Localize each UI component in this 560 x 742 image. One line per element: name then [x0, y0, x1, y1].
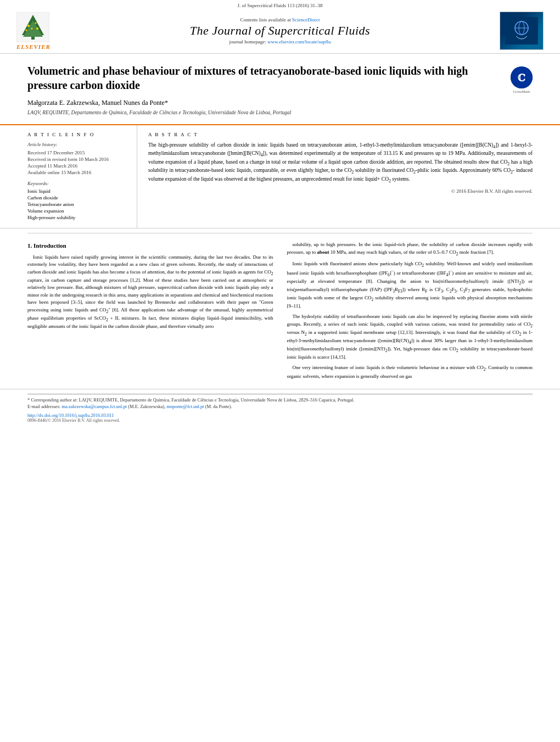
article-info-abstract-section: A R T I C L E I N F O Article history: R…: [0, 125, 560, 228]
issn-line: 0896-8446/© 2016 Elsevier B.V. All right…: [27, 418, 533, 423]
main-body: 1. Introduction Ionic liquids have raise…: [0, 241, 560, 383]
section-1-heading: 1. Introduction: [27, 241, 273, 250]
svg-point-4: [27, 25, 30, 27]
about-text: about: [317, 249, 329, 255]
crossmark-area: ℂ CrossMark: [511, 66, 533, 94]
article-info-column: A R T I C L E I N F O Article history: R…: [27, 125, 137, 228]
right-para-2: Ionic liquids with fluorinated anions sh…: [287, 260, 533, 310]
journal-cover-area: [483, 12, 544, 50]
sciencedirect-link[interactable]: ScienceDirect: [292, 17, 320, 23]
elsevier-logo-area: ELSEVIER: [16, 12, 77, 50]
journal-header: ELSEVIER Contents lists available at Sci…: [0, 8, 560, 54]
title-area: ℂ CrossMark Volumetric and phase behavio…: [27, 64, 533, 92]
article-history-label: Article history:: [27, 142, 128, 147]
keyword-volume-expansion: Volume expansion: [27, 208, 128, 214]
keywords-label: Keywords:: [27, 181, 128, 186]
copyright-line: © 2016 Elsevier B.V. All rights reserved…: [148, 188, 533, 194]
keyword-high-pressure: High-pressure solubility: [27, 215, 128, 220]
abstract-heading: A B S T R A C T: [148, 132, 533, 137]
body-right-text: solubility, up to high pressures. In the…: [287, 241, 533, 380]
abstract-column: A B S T R A C T The high-pressure solubi…: [137, 125, 533, 228]
abstract-text: The high-pressure solubility of carbon d…: [148, 142, 533, 184]
keyword-carbon-dioxide: Carbon dioxide: [27, 195, 128, 200]
homepage-url[interactable]: www.elsevier.com/locate/supflu: [267, 39, 331, 44]
section-divider: [27, 233, 533, 233]
journal-homepage: journal homepage: www.elsevier.com/locat…: [77, 39, 483, 44]
journal-cover-inner: [505, 17, 538, 44]
received-revised-date: Received in revised form 10 March 2016: [27, 157, 128, 162]
authors: Małgorzata E. Zakrzewska, Manuel Nunes d…: [27, 99, 533, 107]
footnote-corresponding: * Corresponding author at: LAQV, REQUIMT…: [27, 397, 533, 404]
svg-point-7: [36, 27, 38, 30]
right-para-3: The hydrolytic stability of tetrafluorob…: [287, 313, 533, 361]
right-para-4: One very interesting feature of ionic li…: [287, 364, 533, 380]
right-para-1: solubility, up to high pressures. In the…: [287, 241, 533, 257]
svg-point-5: [35, 22, 37, 24]
footer-area: * Corresponding author at: LAQV, REQUIMT…: [0, 389, 560, 426]
accepted-date: Accepted 11 March 2016: [27, 163, 128, 169]
svg-text:ℂ: ℂ: [518, 72, 526, 83]
intro-para-1: Ionic liquids have raised rapidly growin…: [27, 254, 273, 331]
keyword-ionic-liquid: Ionic liquid: [27, 188, 128, 194]
corresponding-author-note: * Corresponding author at: LAQV, REQUIMT…: [27, 394, 533, 410]
article-title: Volumetric and phase behaviour of mixtur…: [27, 64, 533, 92]
body-left-column: 1. Introduction Ionic liquids have raise…: [27, 241, 273, 383]
intro-section: 1. Introduction Ionic liquids have raise…: [27, 241, 273, 330]
svg-point-8: [26, 29, 27, 31]
doi-link[interactable]: http://dx.doi.org/10.1016/j.supflu.2016.…: [27, 412, 114, 418]
journal-title: The Journal of Supercritical Fluids: [77, 24, 483, 38]
contents-available: Contents lists available at ScienceDirec…: [77, 17, 483, 23]
journal-title-area: Contents lists available at ScienceDirec…: [77, 17, 483, 44]
email1-link[interactable]: ma.zakrzewska@campus.fct.unl.pt: [61, 404, 127, 409]
doi-line: http://dx.doi.org/10.1016/j.supflu.2016.…: [27, 412, 533, 418]
elsevier-logo: ELSEVIER: [16, 12, 51, 50]
elsevier-text: ELSEVIER: [16, 43, 51, 50]
article-header: ℂ CrossMark Volumetric and phase behavio…: [0, 54, 560, 125]
crossmark-label: CrossMark: [511, 90, 533, 94]
affiliation: LAQV, REQUIMTE, Departamento de Química,…: [27, 110, 533, 115]
body-right-column: solubility, up to high pressures. In the…: [287, 241, 533, 383]
cover-graphic-icon: [505, 17, 538, 44]
journal-ref: J. of Supercritical Fluids 113 (2016) 31…: [0, 0, 560, 8]
crossmark-svg: ℂ: [511, 66, 533, 88]
keyword-tetracyanoborate: Tetracyanoborate anion: [27, 202, 128, 207]
received-date: Received 17 December 2015: [27, 150, 128, 155]
svg-point-6: [31, 27, 33, 29]
crossmark-icon: ℂ: [511, 66, 533, 88]
journal-cover-image: [500, 12, 544, 50]
available-online-date: Available online 15 March 2016: [27, 170, 128, 175]
email2-link[interactable]: mnponte@fct.unl.pt: [166, 404, 204, 409]
article-info-heading: A R T I C L E I N F O: [27, 132, 128, 137]
elsevier-tree-icon: [16, 12, 49, 42]
footnote-emails: E-mail addresses: ma.zakrzewska@campus.f…: [27, 404, 533, 410]
page: J. of Supercritical Fluids 113 (2016) 31…: [0, 0, 560, 742]
